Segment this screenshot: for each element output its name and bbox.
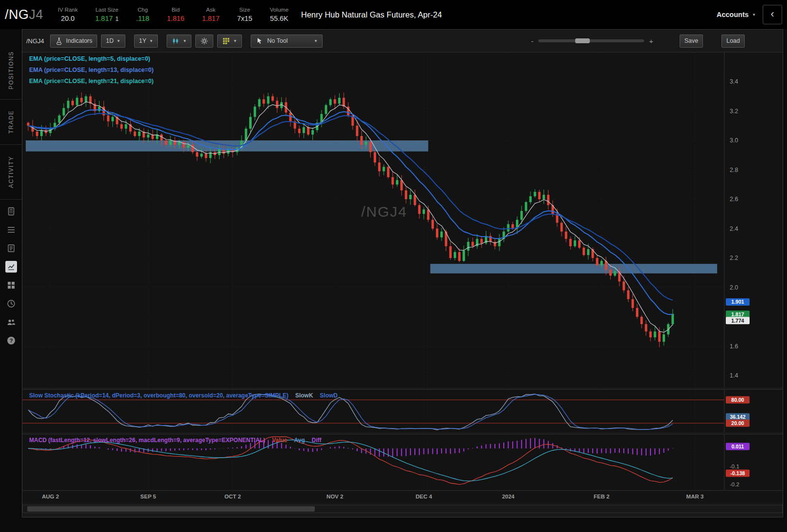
macd-diff-label[interactable]: Diff <box>311 437 321 444</box>
macd-value-label[interactable]: Value <box>272 437 287 444</box>
indicators-button[interactable]: Indicators <box>50 34 97 48</box>
stochastic-legend: Slow Stochastic (kPeriod=14, dPeriod=3, … <box>29 392 338 399</box>
zoom-in-button[interactable]: + <box>649 37 653 45</box>
quote-stats: IV Rank 20.0 Last Size 1.8171 Chg .118 B… <box>58 7 289 22</box>
macd-avg-label[interactable]: Avg <box>294 437 305 444</box>
history-icon[interactable] <box>5 298 17 309</box>
help-icon[interactable]: ? <box>5 335 17 346</box>
stat-size: Size 7x15 <box>237 7 252 22</box>
settings-button[interactable] <box>195 34 213 48</box>
notes-icon[interactable] <box>5 242 17 254</box>
chevron-down-icon: ▼ <box>117 39 120 43</box>
zoom-out-button[interactable]: - <box>531 37 533 45</box>
save-button[interactable]: Save <box>680 34 703 48</box>
symbol-suffix: J4 <box>29 7 44 22</box>
svg-text:2.4: 2.4 <box>730 225 738 232</box>
chart-icon[interactable] <box>5 261 17 273</box>
chevron-down-icon: ▼ <box>752 13 756 17</box>
price-chart-canvas[interactable]: 1.41.61.82.02.22.42.62.83.03.23.4/NGJ41.… <box>22 52 783 388</box>
chart-toolbar: /NGJ4 Indicators 1D ▼ 1Y ▼ ▼ ▼ <box>26 33 779 49</box>
drawing-tool-dropdown[interactable]: No Tool ▼ <box>251 34 323 48</box>
bid-price[interactable]: 1.816 <box>167 15 184 22</box>
watchlist-icon[interactable] <box>5 224 17 236</box>
time-axis-label: NOV 2 <box>326 494 343 499</box>
stat-bid: Bid 1.816 <box>167 7 184 22</box>
sidebar-tab-activity[interactable]: ACTIVITY <box>0 145 22 199</box>
chevron-down-icon: ▼ <box>183 39 187 43</box>
collapse-panel-button[interactable]: ‹ <box>763 5 782 24</box>
gear-icon <box>200 37 208 45</box>
ask-price[interactable]: 1.817 <box>202 15 220 22</box>
time-axis-label: 2024 <box>502 494 514 499</box>
range-dropdown[interactable]: 1Y ▼ <box>134 34 158 48</box>
svg-text:1.774: 1.774 <box>731 318 744 324</box>
left-rail: POSITIONS TRADE ACTIVITY <box>0 29 22 532</box>
stochastic-label[interactable]: Slow Stochastic (kPeriod=14, dPeriod=3, … <box>29 392 289 399</box>
time-axis-label: FEB 2 <box>594 494 610 499</box>
chart-symbol-label: /NGJ4 <box>26 37 44 45</box>
symbol-title: /NGJ4 <box>5 7 43 22</box>
svg-text:?: ? <box>9 338 13 343</box>
svg-text:3.2: 3.2 <box>730 108 738 115</box>
sidebar-tab-trade[interactable]: TRADE <box>0 100 22 144</box>
svg-text:0.011: 0.011 <box>732 444 744 449</box>
svg-text:1.817: 1.817 <box>731 311 744 317</box>
svg-text:20.00: 20.00 <box>731 420 744 426</box>
chart-module: /NGJ4 Indicators 1D ▼ 1Y ▼ ▼ ▼ <box>22 29 783 517</box>
svg-text:-0.1: -0.1 <box>730 463 739 469</box>
symbol-root: /NG <box>5 7 29 22</box>
macd-label[interactable]: MACD (fastLength=12, slowLength=26, macd… <box>29 437 265 444</box>
svg-text:36.142: 36.142 <box>730 414 745 420</box>
zoom-slider[interactable] <box>538 39 644 42</box>
zoom-slider-handle[interactable] <box>575 38 590 43</box>
svg-text:-0.2: -0.2 <box>730 481 739 487</box>
svg-text:1.6: 1.6 <box>730 343 738 350</box>
svg-text:2.2: 2.2 <box>730 255 738 261</box>
style-grid-icon <box>222 37 230 45</box>
chart-style-dropdown[interactable]: ▼ <box>217 34 242 48</box>
zoom-control: - + <box>531 37 653 45</box>
grid-icon[interactable] <box>5 279 17 291</box>
h-scrollbar[interactable] <box>22 505 783 513</box>
svg-text:2.0: 2.0 <box>730 284 738 291</box>
time-axis: AUG 2SEP 5OCT 2NOV 2DEC 42024FEB 2MAR 3 <box>22 490 783 503</box>
collapse-arrow-icon: ‹ <box>770 8 774 20</box>
stat-ask: Ask 1.817 <box>202 7 220 22</box>
ema21-label[interactable]: EMA (price=CLOSE, length=21, displace=0) <box>29 78 154 85</box>
svg-text:/NGJ4: /NGJ4 <box>361 204 407 220</box>
chart-type-dropdown[interactable]: ▼ <box>167 34 191 48</box>
svg-text:80.00: 80.00 <box>731 397 744 403</box>
price-panel: 1.41.61.82.02.22.42.62.83.03.23.4/NGJ41.… <box>22 52 783 387</box>
cursor-icon <box>256 37 264 45</box>
accounts-dropdown[interactable]: Accounts ▼ <box>717 11 756 18</box>
macd-panel: -0.1-0.20.011-0.138 MACD (fastLength=12,… <box>22 434 783 490</box>
trading-app: /NGJ4 IV Rank 20.0 Last Size 1.8171 Chg … <box>0 0 787 532</box>
slowd-label[interactable]: SlowD <box>320 392 338 399</box>
indicators-flask-icon <box>55 37 63 45</box>
time-axis-label: AUG 2 <box>42 494 59 499</box>
macd-legend: MACD (fastLength=12, slowLength=26, macd… <box>29 437 321 444</box>
svg-text:-0.138: -0.138 <box>731 470 745 476</box>
sidebar-tab-positions[interactable]: POSITIONS <box>0 42 22 99</box>
ema5-label[interactable]: EMA (price=CLOSE, length=5, displace=0) <box>29 55 154 62</box>
svg-text:3.4: 3.4 <box>730 78 738 85</box>
chevron-down-icon: ▼ <box>233 39 237 43</box>
candlestick-icon <box>171 37 180 45</box>
timeframe-dropdown[interactable]: 1D ▼ <box>101 34 125 48</box>
stat-iv-rank: IV Rank 20.0 <box>58 7 78 22</box>
h-scrollbar-handle[interactable] <box>27 506 315 512</box>
load-button[interactable]: Load <box>721 34 745 48</box>
stat-last-size: Last Size 1.8171 <box>95 7 119 22</box>
study-legend: EMA (price=CLOSE, length=5, displace=0) … <box>29 55 154 89</box>
calculator-icon[interactable] <box>5 206 17 217</box>
contacts-icon[interactable] <box>5 316 17 328</box>
stat-chg: Chg .118 <box>136 7 149 22</box>
time-axis-label: SEP 5 <box>140 494 156 499</box>
slowk-label[interactable]: SlowK <box>295 392 313 399</box>
rail-icons: ? <box>5 206 17 346</box>
time-axis-label: OCT 2 <box>224 494 241 499</box>
ema13-label[interactable]: EMA (price=CLOSE, length=13, displace=0) <box>29 67 154 73</box>
stat-volume: Volume 55.6K <box>270 7 288 22</box>
svg-text:3.0: 3.0 <box>730 137 738 144</box>
time-axis-label: DEC 4 <box>415 494 432 499</box>
